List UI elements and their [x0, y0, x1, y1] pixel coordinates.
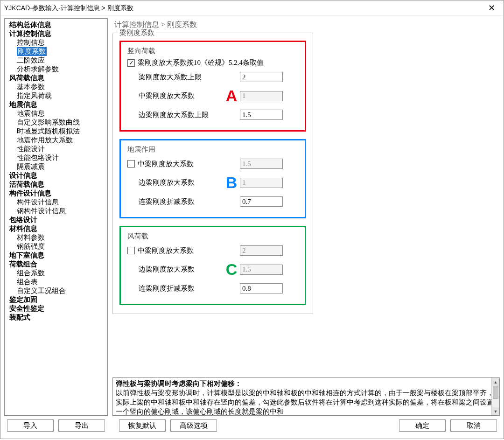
section-wind: 风荷载 中梁刚度放大系数 边梁刚度放大系数 C — [119, 226, 306, 305]
tree-item[interactable]: 构件设计信息 — [6, 198, 106, 207]
annotation-B: B — [223, 174, 240, 192]
tree-item[interactable]: 活荷载信息 — [6, 180, 106, 189]
tree-item[interactable]: 地震信息 — [6, 109, 106, 118]
input-mid-beam — [240, 245, 283, 256]
cancel-button[interactable]: 取消 — [450, 419, 497, 432]
reset-default-button[interactable]: 恢复默认 — [119, 419, 166, 432]
advanced-options-button[interactable]: 高级选项 — [170, 419, 217, 432]
help-text-box: 弹性板与梁协调时考虑梁向下相对偏移： 以前弹性板与梁变形协调时，计算模型是以梁的… — [112, 377, 500, 416]
tree-item[interactable]: 风荷载信息 — [6, 74, 106, 83]
label: 边梁刚度放大系数 — [127, 265, 223, 274]
input-mid-beam — [240, 91, 283, 101]
checkbox-icon[interactable] — [127, 160, 135, 168]
close-icon[interactable]: ✕ — [483, 0, 500, 15]
tree-item[interactable]: 材料参数 — [6, 233, 106, 242]
scroll-down-icon[interactable]: ▼ — [492, 407, 499, 415]
tree-item[interactable]: 控制信息 — [6, 38, 106, 47]
tree-item[interactable]: 荷载组合 — [6, 260, 106, 269]
tree-item[interactable]: 隔震减震 — [6, 162, 106, 171]
help-body: 以前弹性板与梁变形协调时，计算模型是以梁的中和轴和板的中和轴相连的方式计算的，由… — [116, 388, 497, 416]
chk-label[interactable]: 中梁刚度放大系数 — [138, 246, 194, 255]
tree-item[interactable]: 鉴定加固 — [6, 295, 106, 304]
section-title: 风荷载 — [127, 232, 298, 241]
chk-label[interactable]: 中梁刚度放大系数 — [138, 160, 194, 168]
label: 连梁刚度折减系数 — [127, 197, 223, 206]
help-title: 弹性板与梁协调时考虑梁向下相对偏移： — [116, 379, 497, 388]
tree-item-selected[interactable]: 刚度系数 — [6, 47, 106, 56]
breadcrumb: 计算控制信息 > 刚度系数 — [112, 18, 500, 32]
section-vertical-load: 竖向荷载 梁刚度放大系数按10《砼规》5.2.4条取值 梁刚度放大系数上限 中梁… — [119, 41, 306, 132]
tree-item[interactable]: 性能设计 — [6, 145, 106, 154]
label: 连梁刚度折减系数 — [127, 284, 223, 293]
tree-item[interactable]: 安全性鉴定 — [6, 304, 106, 313]
tree-item[interactable]: 装配式 — [6, 313, 106, 322]
input-coupling-reduction[interactable] — [240, 283, 283, 293]
input-edge-beam — [240, 265, 283, 275]
label: 梁刚度放大系数上限 — [127, 73, 223, 82]
scroll-thumb[interactable] — [493, 386, 498, 399]
tree-item[interactable]: 指定风荷载 — [6, 91, 106, 100]
annotation-C: C — [223, 260, 240, 279]
window-title: YJKCAD-参数输入-计算控制信息 > 刚度系数 — [4, 0, 133, 15]
tree-item[interactable]: 构件设计信息 — [6, 189, 106, 198]
tree-item[interactable]: 组合表 — [6, 278, 106, 286]
export-button[interactable]: 导出 — [58, 419, 105, 432]
tree-item[interactable]: 性能包络设计 — [6, 154, 106, 162]
annotation-A: A — [223, 87, 240, 105]
section-seismic: 地震作用 中梁刚度放大系数 边梁刚度放大系数 B — [119, 139, 306, 218]
label: 边梁刚度放大系数 — [127, 178, 223, 187]
tree-item[interactable]: 自定义工况组合 — [6, 286, 106, 295]
tree-item[interactable]: 自定义影响系数曲线 — [6, 118, 106, 127]
tree-item[interactable]: 分析求解参数 — [6, 65, 106, 74]
section-title: 竖向荷载 — [127, 47, 298, 56]
label: 边梁刚度放大系数上限 — [127, 111, 223, 119]
tree-item[interactable]: 钢筋强度 — [6, 242, 106, 251]
tree-item[interactable]: 结构总体信息 — [6, 21, 106, 29]
import-button[interactable]: 导入 — [7, 419, 54, 432]
window-titlebar: YJKCAD-参数输入-计算控制信息 > 刚度系数 ✕ — [0, 0, 504, 15]
input-coupling-reduction[interactable] — [240, 196, 283, 207]
input-edge-beam — [240, 178, 283, 188]
beam-stiffness-group: 梁刚度系数 竖向荷载 梁刚度放大系数按10《砼规》5.2.4条取值 梁刚度放大系… — [112, 33, 313, 314]
input-mid-beam — [240, 159, 283, 169]
tree-item[interactable]: 地震信息 — [6, 100, 106, 109]
tree-item[interactable]: 时域显式随机模拟法 — [6, 127, 106, 136]
scroll-up-icon[interactable]: ▲ — [492, 378, 499, 386]
tree-item[interactable]: 包络设计 — [6, 216, 106, 224]
chk-spec-5-2-4[interactable]: 梁刚度放大系数按10《砼规》5.2.4条取值 — [127, 58, 298, 67]
tree-item[interactable]: 地下室信息 — [6, 251, 106, 260]
group-title: 梁刚度系数 — [118, 28, 156, 37]
label: 中梁刚度放大系数 — [127, 91, 223, 100]
vertical-scrollbar[interactable]: ▲ ▼ — [491, 378, 499, 415]
tree-item[interactable]: 组合系数 — [6, 269, 106, 278]
tree-item[interactable]: 二阶效应 — [6, 56, 106, 65]
checkbox-icon[interactable] — [127, 247, 135, 254]
input-upper-limit[interactable] — [240, 72, 283, 82]
nav-tree[interactable]: 结构总体信息 计算控制信息 控制信息 刚度系数 二阶效应 分析求解参数 风荷载信… — [4, 18, 108, 416]
dialog-footer: 导入 导出 恢复默认 高级选项 确定 取消 — [4, 416, 500, 432]
chk-label: 梁刚度放大系数按10《砼规》5.2.4条取值 — [138, 58, 264, 67]
section-title: 地震作用 — [127, 145, 298, 154]
checkbox-icon[interactable] — [127, 59, 135, 67]
tree-item[interactable]: 计算控制信息 — [6, 29, 106, 38]
tree-item[interactable]: 设计信息 — [6, 171, 106, 180]
ok-button[interactable]: 确定 — [399, 419, 446, 432]
tree-item[interactable]: 基本参数 — [6, 83, 106, 91]
tree-item[interactable]: 钢构件设计信息 — [6, 207, 106, 216]
tree-item[interactable]: 地震作用放大系数 — [6, 136, 106, 145]
input-edge-beam-upper[interactable] — [240, 110, 283, 120]
tree-item[interactable]: 材料信息 — [6, 224, 106, 233]
